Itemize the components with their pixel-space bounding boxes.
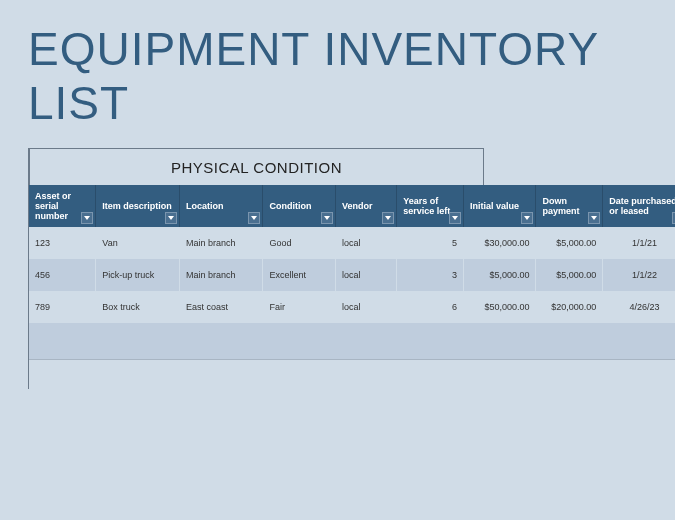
- cell-initial: $5,000.00: [464, 259, 536, 291]
- table-row: 456Pick-up truckMain branchExcellentloca…: [29, 259, 675, 291]
- cell-cond: Excellent: [263, 259, 335, 291]
- cell-desc: Box truck: [96, 291, 180, 323]
- filter-dropdown-icon[interactable]: [81, 212, 93, 224]
- cell-vendor: local: [335, 227, 396, 259]
- cell-years: 3: [397, 259, 464, 291]
- filter-dropdown-icon[interactable]: [248, 212, 260, 224]
- col-header-cond: Condition: [263, 185, 335, 227]
- filter-dropdown-icon[interactable]: [449, 212, 461, 224]
- col-label: Initial value: [470, 201, 519, 211]
- col-label: Item description: [102, 201, 172, 211]
- cell-date: 1/1/21: [603, 227, 675, 259]
- cell-asset: 789: [29, 291, 96, 323]
- table-empty-row: [29, 323, 675, 359]
- cell-asset: 123: [29, 227, 96, 259]
- inventory-table-container: PHYSICAL CONDITION Asset or serial numbe…: [28, 148, 675, 389]
- col-label: Years of service left: [403, 196, 450, 216]
- cell-initial: $50,000.00: [464, 291, 536, 323]
- col-header-years: Years of service left: [397, 185, 464, 227]
- filter-dropdown-icon[interactable]: [165, 212, 177, 224]
- inventory-table: Asset or serial numberItem descriptionLo…: [29, 185, 675, 389]
- cell-cond: Good: [263, 227, 335, 259]
- col-header-down: Down payment: [536, 185, 603, 227]
- cell-initial: $30,000.00: [464, 227, 536, 259]
- table-footer-row: [29, 359, 675, 389]
- cell-down: $5,000.00: [536, 259, 603, 291]
- cell-loc: East coast: [179, 291, 263, 323]
- cell-vendor: local: [335, 259, 396, 291]
- col-header-initial: Initial value: [464, 185, 536, 227]
- col-header-date: Date purchased or leased: [603, 185, 675, 227]
- filter-dropdown-icon[interactable]: [321, 212, 333, 224]
- col-label: Location: [186, 201, 224, 211]
- table-row: 789Box truckEast coastFairlocal6$50,000.…: [29, 291, 675, 323]
- cell-date: 1/1/22: [603, 259, 675, 291]
- cell-desc: Pick-up truck: [96, 259, 180, 291]
- col-header-desc: Item description: [96, 185, 180, 227]
- col-header-loc: Location: [179, 185, 263, 227]
- col-label: Asset or serial number: [35, 191, 71, 221]
- page-title: EQUIPMENT INVENTORY LIST: [0, 0, 675, 148]
- col-label: Date purchased or leased: [609, 196, 675, 216]
- cell-date: 4/26/23: [603, 291, 675, 323]
- cell-down: $20,000.00: [536, 291, 603, 323]
- cell-loc: Main branch: [179, 227, 263, 259]
- cell-down: $5,000.00: [536, 227, 603, 259]
- section-header: PHYSICAL CONDITION: [29, 148, 484, 185]
- cell-asset: 456: [29, 259, 96, 291]
- table-header-row: Asset or serial numberItem descriptionLo…: [29, 185, 675, 227]
- footer-cell: [29, 359, 675, 389]
- cell-cond: Fair: [263, 291, 335, 323]
- col-label: Condition: [269, 201, 311, 211]
- col-header-vendor: Vendor: [335, 185, 396, 227]
- cell-desc: Van: [96, 227, 180, 259]
- col-header-asset: Asset or serial number: [29, 185, 96, 227]
- col-label: Down payment: [542, 196, 579, 216]
- filter-dropdown-icon[interactable]: [588, 212, 600, 224]
- cell-vendor: local: [335, 291, 396, 323]
- cell-years: 6: [397, 291, 464, 323]
- cell-loc: Main branch: [179, 259, 263, 291]
- cell-years: 5: [397, 227, 464, 259]
- filter-dropdown-icon[interactable]: [382, 212, 394, 224]
- table-row: 123VanMain branchGoodlocal5$30,000.00$5,…: [29, 227, 675, 259]
- col-label: Vendor: [342, 201, 373, 211]
- empty-cell: [29, 323, 675, 359]
- filter-dropdown-icon[interactable]: [521, 212, 533, 224]
